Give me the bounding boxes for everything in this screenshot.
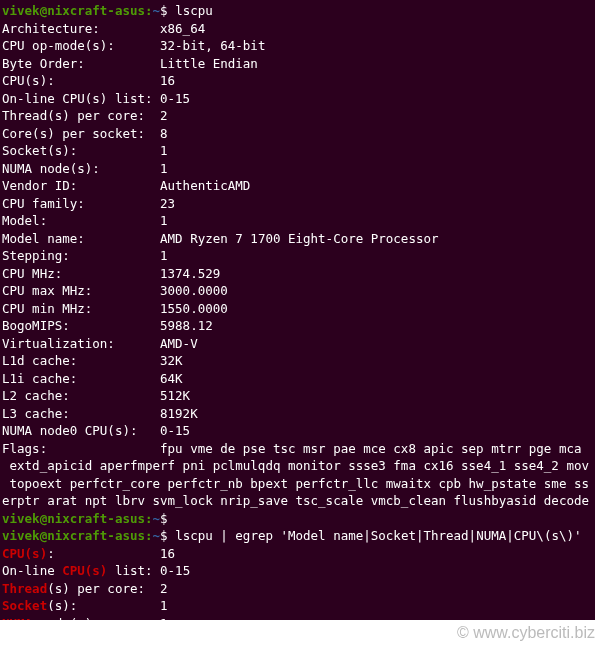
- field-value: 2: [160, 108, 168, 123]
- prompt-user-host: vivek@nixcraft-asus: [2, 3, 145, 18]
- field-label: Thread(s) per core:: [2, 107, 153, 125]
- line: vivek@nixcraft-asus:~$: [2, 511, 168, 526]
- output-row: BogoMIPS: 5988.12: [2, 318, 213, 333]
- match-highlight: Thread: [2, 581, 47, 596]
- output-row: L2 cache: 512K: [2, 388, 190, 403]
- field-value: AMD-V: [160, 336, 198, 351]
- field-value: 1: [160, 143, 168, 158]
- flags-line: extd_apicid aperfmperf pni pclmulqdq mon…: [2, 458, 589, 473]
- output-row: NUMA node0 CPU(s): 0-15: [2, 423, 190, 438]
- field-label: L1i cache:: [2, 370, 153, 388]
- match-highlight: Socket: [2, 598, 47, 613]
- field-value: 2: [160, 581, 168, 596]
- field-label: Byte Order:: [2, 55, 153, 73]
- output-row: Byte Order: Little Endian: [2, 56, 258, 71]
- field-value: 8: [160, 126, 168, 141]
- output-row: L1d cache: 32K: [2, 353, 183, 368]
- field-label: L1d cache:: [2, 352, 153, 370]
- field-label: CPU max MHz:: [2, 282, 153, 300]
- field-value: 16: [160, 546, 175, 561]
- lscpu-output: Architecture: x86_64 CPU op-mode(s): 32-…: [2, 21, 439, 439]
- field-value: 23: [160, 196, 175, 211]
- output-row: Socket(s): 1: [2, 598, 168, 613]
- field-value: 32-bit, 64-bit: [160, 38, 265, 53]
- output-row: Thread(s) per core: 2: [2, 108, 168, 123]
- field-label: BogoMIPS:: [2, 317, 153, 335]
- output-row: CPU min MHz: 1550.0000: [2, 301, 228, 316]
- output-row: Architecture: x86_64: [2, 21, 205, 36]
- field-value: 1: [160, 161, 168, 176]
- field-value: AMD Ryzen 7 1700 Eight-Core Processor: [160, 231, 438, 246]
- field-label: Vendor ID:: [2, 177, 153, 195]
- egrep-output: CPU(s): 16 On-line CPU(s) list: 0-15 Thr…: [2, 546, 439, 621]
- output-row: CPU family: 23: [2, 196, 175, 211]
- field-label: Model name:: [2, 230, 153, 248]
- output-row: CPU max MHz: 3000.0000: [2, 283, 228, 298]
- field-label: Virtualization:: [2, 335, 153, 353]
- output-row: NUMA node(s): 1: [2, 161, 168, 176]
- field-label: Stepping:: [2, 247, 153, 265]
- field-value: 8192K: [160, 406, 198, 421]
- command-egrep: lscpu | egrep 'Model name|Socket|Thread|…: [175, 528, 581, 543]
- line: vivek@nixcraft-asus:~$ lscpu: [2, 3, 213, 18]
- field-value: 64K: [160, 371, 183, 386]
- output-row: CPU(s): 16: [2, 73, 175, 88]
- field-value: 1550.0000: [160, 301, 228, 316]
- output-row: Vendor ID: AuthenticAMD: [2, 178, 250, 193]
- field-value: x86_64: [160, 21, 205, 36]
- field-value: 0-15: [160, 423, 190, 438]
- field-label: Flags:: [2, 440, 153, 458]
- field-label: NUMA node0 CPU(s):: [2, 422, 153, 440]
- output-row: Virtualization: AMD-V: [2, 336, 198, 351]
- field-value: 1374.529: [160, 266, 220, 281]
- field-label: L2 cache:: [2, 387, 153, 405]
- field-value: AuthenticAMD: [160, 178, 250, 193]
- output-row: CPU op-mode(s): 32-bit, 64-bit: [2, 38, 265, 53]
- output-row: NUMA node(s): 1: [2, 616, 168, 621]
- field-label: Core(s) per socket:: [2, 125, 153, 143]
- field-label: Model:: [2, 212, 153, 230]
- field-value: 1: [160, 213, 168, 228]
- field-label: CPU min MHz:: [2, 300, 153, 318]
- output-row: On-line CPU(s) list: 0-15: [2, 91, 190, 106]
- field-value: 512K: [160, 388, 190, 403]
- command-lscpu: lscpu: [175, 3, 213, 18]
- field-label: NUMA node(s):: [2, 160, 153, 178]
- output-row: Socket(s): 1: [2, 143, 168, 158]
- field-label: L3 cache:: [2, 405, 153, 423]
- flags-line: erptr arat npt lbrv svm_lock nrip_save t…: [2, 493, 589, 508]
- field-value: 1: [160, 598, 168, 613]
- field-label: CPU MHz:: [2, 265, 153, 283]
- field-label: Architecture:: [2, 20, 153, 38]
- field-label: CPU family:: [2, 195, 153, 213]
- output-row: Model: 1: [2, 213, 168, 228]
- output-row: Stepping: 1: [2, 248, 168, 263]
- output-row: L1i cache: 64K: [2, 371, 183, 386]
- field-value: Little Endian: [160, 56, 258, 71]
- field-value: 16: [160, 73, 175, 88]
- field-label: On-line CPU(s) list:: [2, 90, 153, 108]
- output-row: On-line CPU(s) list: 0-15: [2, 563, 190, 578]
- flags-line: fpu vme de pse tsc msr pae mce cx8 apic …: [160, 441, 589, 456]
- match-highlight: NUMA: [2, 616, 32, 621]
- output-row: Thread(s) per core: 2: [2, 581, 168, 596]
- line: vivek@nixcraft-asus:~$ lscpu | egrep 'Mo…: [2, 528, 582, 543]
- prompt-char: $: [160, 3, 168, 18]
- field-label: CPU op-mode(s):: [2, 37, 153, 55]
- prompt-sep: :: [145, 3, 153, 18]
- output-row: CPU MHz: 1374.529: [2, 266, 220, 281]
- field-label: CPU(s):: [2, 72, 153, 90]
- field-value: 0-15: [160, 563, 190, 578]
- field-value: 0-15: [160, 91, 190, 106]
- field-value: 32K: [160, 353, 183, 368]
- flags-line: topoext perfctr_core perfctr_nb bpext pe…: [2, 476, 589, 491]
- watermark: © www.cyberciti.biz: [0, 620, 599, 642]
- field-label: Socket(s):: [2, 142, 153, 160]
- output-row: Core(s) per socket: 8: [2, 126, 168, 141]
- output-row: Model name: AMD Ryzen 7 1700 Eight-Core …: [2, 231, 439, 246]
- terminal[interactable]: vivek@nixcraft-asus:~$ lscpu Architectur…: [0, 0, 595, 620]
- output-row: CPU(s): 16: [2, 546, 175, 561]
- flags-output: Flags: fpu vme de pse tsc msr pae mce cx…: [2, 441, 589, 509]
- output-row: L3 cache: 8192K: [2, 406, 198, 421]
- output-row: Flags: fpu vme de pse tsc msr pae mce cx…: [2, 441, 589, 456]
